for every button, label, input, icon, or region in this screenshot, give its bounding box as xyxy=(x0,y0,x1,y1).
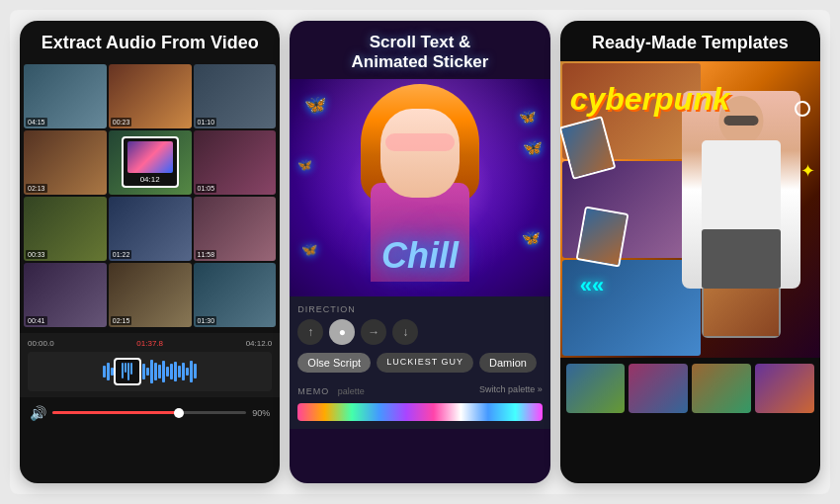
waveform-bar xyxy=(142,364,145,379)
grid-row-2: 02:13 04:12 01:05 xyxy=(24,130,276,195)
featured-thumbnail: 04:12 xyxy=(122,136,179,188)
time-start: 00:00.0 xyxy=(28,339,54,348)
grid-cell: 00:23 xyxy=(109,64,192,128)
star-icon: ✦ xyxy=(800,160,815,182)
waveform-bar xyxy=(150,360,153,383)
butterfly-1: 🦋 xyxy=(304,94,326,116)
font-buttons: Olse Script LUCKIEST GUY Damion xyxy=(297,353,542,373)
card1-timeline: 00:00.0 01:37.8 04:12.0 xyxy=(20,333,280,397)
thumb-bars xyxy=(122,363,132,380)
grid-cell: 11:58 xyxy=(194,197,277,261)
strip-photo-1 xyxy=(566,364,626,413)
volume-slider[interactable] xyxy=(52,411,246,414)
waveform-bar xyxy=(178,366,181,378)
collage-cell xyxy=(562,161,702,257)
waveform-thumb[interactable] xyxy=(114,358,141,385)
font-btn-luckiest[interactable]: LUCKIEST GUY xyxy=(377,353,473,373)
butterfly-6: 🦋 xyxy=(522,229,541,247)
time-end: 04:12.0 xyxy=(246,339,273,348)
butterfly-4: 🦋 xyxy=(523,138,543,157)
memo-label: MEMO palette xyxy=(297,380,364,398)
waveform-bar xyxy=(182,363,185,380)
card2-title-line2: Animated Sticker xyxy=(299,52,540,72)
grid-cell: 01:30 xyxy=(194,263,277,327)
grid-cell: 02:13 xyxy=(24,130,107,195)
time-badge: 00:23 xyxy=(111,118,132,126)
card2-image: 🦋 🦋 🦋 🦋 🦋 🦋 Chill xyxy=(290,79,549,296)
featured-time: 04:12 xyxy=(140,175,160,184)
font-btn-olse[interactable]: Olse Script xyxy=(297,353,371,373)
waveform-bar xyxy=(154,363,157,380)
card3-title: Ready-Made Templates xyxy=(560,21,820,61)
waveform-bar xyxy=(170,364,173,379)
timeline-times: 00:00.0 01:37.8 04:12.0 xyxy=(28,339,272,348)
time-badge: 02:15 xyxy=(111,316,132,325)
switch-palette-link[interactable]: Switch palette » xyxy=(479,384,543,394)
waveform-bar xyxy=(194,364,197,378)
cyan-arrows: «« xyxy=(580,273,604,298)
main-container: Extract Audio From Video 04:15 00:23 01:… xyxy=(10,10,830,494)
card2-controls: DIRECTION ↑ ● → ↓ Olse Script LUCKIEST G… xyxy=(290,296,549,429)
butterfly-5: 🦋 xyxy=(301,242,317,257)
waveform-bar xyxy=(166,367,169,377)
time-badge: 00:41 xyxy=(26,316,47,325)
card2-title-line1: Scroll Text & xyxy=(299,33,540,52)
card-extract-audio: Extract Audio From Video 04:15 00:23 01:… xyxy=(20,21,280,483)
grid-row-1: 04:15 00:23 01:10 xyxy=(24,64,276,128)
direction-buttons: ↑ ● → ↓ xyxy=(297,319,542,345)
dir-circle-btn[interactable]: ● xyxy=(329,319,355,345)
featured-thumb-img xyxy=(127,141,173,173)
thumb-bar xyxy=(122,363,124,378)
waveform-bar xyxy=(186,368,189,376)
dir-up-btn[interactable]: ↑ xyxy=(297,319,323,345)
time-badge: 01:05 xyxy=(196,184,217,193)
memo-row: MEMO palette Switch palette » xyxy=(297,380,542,398)
thumb-bar xyxy=(130,363,132,375)
dir-right-btn[interactable]: → xyxy=(361,319,386,345)
waveform-bar xyxy=(190,361,193,382)
cyberpunk-text: cyberpunk xyxy=(570,81,730,118)
volume-percentage: 90% xyxy=(252,408,270,418)
waveform-bar xyxy=(174,362,177,381)
dir-down-btn[interactable]: ↓ xyxy=(392,319,418,345)
time-badge: 01:30 xyxy=(196,316,217,325)
time-badge: 00:33 xyxy=(26,250,47,259)
strip-photo-2 xyxy=(629,364,688,413)
grid-cell: 01:05 xyxy=(194,130,277,195)
strip-photo-3 xyxy=(692,364,751,413)
time-badge: 01:22 xyxy=(111,250,132,259)
grid-cell: 01:10 xyxy=(194,64,277,128)
time-badge: 01:10 xyxy=(196,118,217,126)
grid-cell: 04:15 xyxy=(24,64,107,128)
card3-bottom-strip xyxy=(560,358,820,422)
card1-grid: 04:15 00:23 01:10 02:13 04:12 xyxy=(20,62,280,329)
card3-main: cyberpunk xyxy=(560,61,820,358)
time-badge: 04:15 xyxy=(26,118,47,126)
grid-cell: 02:15 xyxy=(109,263,192,327)
strip-photo-4 xyxy=(755,364,814,413)
thumb-bar xyxy=(125,363,126,373)
thumb-bar xyxy=(127,363,129,380)
volume-fill xyxy=(52,411,179,414)
chill-text: Chill xyxy=(381,235,459,277)
timeline-waveform[interactable] xyxy=(28,352,272,391)
font-btn-damion[interactable]: Damion xyxy=(479,353,537,373)
grid-row-3: 00:33 01:22 11:58 xyxy=(24,197,276,261)
volume-icon: 🔊 xyxy=(30,405,46,421)
grid-cell: 04:12 xyxy=(109,130,192,195)
volume-thumb[interactable] xyxy=(174,408,184,418)
card3-main-person xyxy=(682,91,800,289)
palette-bar[interactable] xyxy=(297,403,542,421)
card-scroll-text: Scroll Text & Animated Sticker xyxy=(290,21,549,483)
time-badge: 02:13 xyxy=(26,184,47,193)
card1-title: Extract Audio From Video xyxy=(20,21,280,62)
waveform-bar xyxy=(158,365,161,378)
grid-cell: 00:41 xyxy=(24,263,107,327)
card-templates: Ready-Made Templates cyberpunk xyxy=(560,21,820,483)
butterfly-3: 🦋 xyxy=(297,158,312,172)
time-badge: 11:58 xyxy=(196,250,217,259)
grid-row-4: 00:41 02:15 01:30 xyxy=(24,263,276,327)
card3-bg: cyberpunk xyxy=(560,61,820,358)
time-middle: 01:37.8 xyxy=(136,339,163,348)
waveform-bar xyxy=(146,368,149,376)
